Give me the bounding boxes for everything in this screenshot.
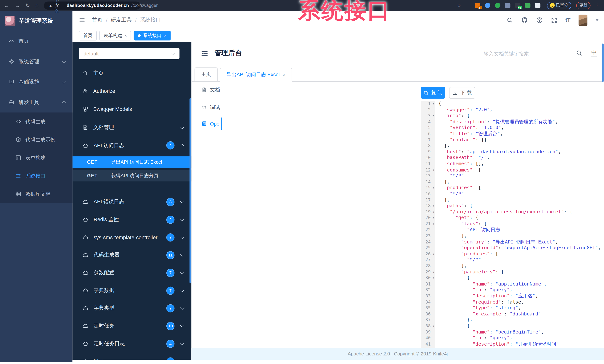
browser-forward-icon[interactable]: → [15,3,20,8]
security-label: 不安全 [55,0,59,14]
ext-leaf-icon[interactable] [525,3,530,8]
ext-dark-jar-icon[interactable]: 61 [515,3,520,8]
github-icon[interactable] [521,17,528,24]
ext-paw-icon[interactable] [535,3,540,8]
fold-caret-icon[interactable]: ▾ [433,167,435,173]
code-line: "*/*" [438,257,604,263]
ext-grid-icon[interactable] [505,3,510,8]
close-icon[interactable]: × [164,34,166,38]
tag-group-row[interactable]: sys-sms-template-controller7 [72,228,191,246]
sidebar-subitem-form[interactable]: 表单构建 [0,149,72,167]
copy-button[interactable]: 复 制 [421,87,445,99]
ext-orange-icon[interactable]: 1 [475,3,480,8]
fold-caret-icon[interactable]: ▾ [433,215,435,221]
rail-item-文档[interactable]: 文档 [191,84,222,95]
breadcrumb-item[interactable]: 首页 [92,17,102,24]
operation-row[interactable]: GET导出API 访问日志 Excel [72,156,191,168]
browser-reload-icon[interactable]: ↻ [25,3,30,8]
browser-menu-kebab-icon[interactable]: ⋮ [595,3,599,8]
brand-title: 芋道管理系统 [19,17,53,24]
api-group-select[interactable]: default [79,48,180,59]
fold-caret-icon[interactable]: ▾ [433,209,435,215]
tag-group-row[interactable]: 参数配置7 [72,264,191,282]
code-line: "in": "query", [438,287,604,293]
search-icon[interactable] [506,17,513,23]
sidebar-subitem-api[interactable]: 系统接口 [0,167,72,185]
chevron-down-icon[interactable] [595,19,599,21]
sidebar-item-infra[interactable]: 基础设施 [0,72,72,92]
tag-group-row[interactable]: 岗位 [72,352,191,360]
tag-group-row[interactable]: 字典数据7 [72,282,191,299]
bookmark-star-icon[interactable]: ☆ [457,2,461,8]
sidebar-submenu: 代码生成代码生成示例表单构建系统接口数据库文档 [0,113,72,203]
download-button[interactable]: 下 载 [449,87,475,99]
doc-tab[interactable]: 导出API 访问日志 Excel× [220,68,292,82]
sidebar-item-tools[interactable]: 研发工具 [0,92,72,113]
update-pill[interactable]: 更新 [576,2,591,9]
fold-caret-icon[interactable]: ▾ [433,101,435,107]
breadcrumb-item[interactable]: 研发工具 [111,17,132,24]
fold-caret-icon[interactable]: ▾ [433,269,435,275]
font-size-icon[interactable]: tT [565,17,570,23]
code-line: "parameters": [ [438,269,604,275]
line-number: 35 [421,305,435,311]
tag-group-row[interactable]: Redis 监控2 [72,211,191,228]
code-line: "required": false, [438,299,604,305]
ext-blue-drop-icon[interactable] [485,3,490,8]
fold-caret-icon[interactable]: ▾ [433,113,435,119]
language-toggle-icon[interactable]: 中 [591,49,597,57]
count-badge: 11 [166,251,175,259]
fold-caret-icon[interactable]: ▾ [433,203,435,209]
tag-tab[interactable]: 表单构建× [99,31,131,40]
rail-item-Open[interactable]: Open [191,118,222,129]
tag-group-row[interactable]: 定时任务日志4 [72,335,191,352]
fullscreen-icon[interactable] [551,17,557,23]
sidebar-scrollbar-thumb[interactable] [189,98,191,283]
close-icon[interactable]: × [125,34,127,38]
operation-row[interactable]: GET获得API 访问日志分页 [72,170,191,181]
tag-group-row[interactable]: API 错误日志3 [72,193,191,211]
rail-item-调试[interactable]: 调试 [191,102,222,113]
code-line: "name": "beginBeginTime", [438,329,604,335]
fold-caret-icon[interactable]: ▾ [433,221,435,227]
tag-tab[interactable]: 首页 [79,31,97,40]
fold-caret-icon[interactable]: ▾ [433,323,435,329]
sidebar-subitem-box[interactable]: 代码生成示例 [0,131,72,149]
collapse-sidebar-icon[interactable] [201,50,208,57]
line-number: 2 [421,107,435,113]
tag-tab[interactable]: 系统接口× [134,31,171,40]
dashboard-icon [9,38,14,44]
chevron-down-icon [171,51,175,55]
hamburger-icon[interactable] [79,17,85,23]
ext-green-check-icon[interactable] [495,3,500,8]
user-avatar[interactable] [579,14,587,26]
help-icon[interactable] [536,17,543,23]
fold-caret-icon[interactable]: ▾ [433,275,435,281]
swagger-menu-item[interactable]: Swagger Models [72,100,191,118]
address-bar[interactable]: ▲ 不安全 dashboard.yudao.iocoder.cn/tool/sw… [44,1,140,9]
fold-caret-icon[interactable]: ▾ [433,185,435,191]
doc-search-icon[interactable] [576,50,582,56]
sidebar-item-label: 研发工具 [18,99,39,106]
tag-group-label: 参数配置 [94,269,114,276]
sidebar-item-gear[interactable]: 系统管理 [0,51,72,72]
fold-caret-icon[interactable]: ▾ [433,251,435,257]
doc-tab[interactable]: 主页 [195,67,218,81]
sidebar-subitem-code[interactable]: 代码生成 [0,113,72,131]
page-scrollbar-thumb[interactable] [602,44,604,82]
tag-group-row[interactable]: 字典类型7 [72,299,191,317]
swagger-menu-item[interactable]: Authorize [72,82,191,100]
browser-home-icon[interactable]: ⌂ [35,3,39,8]
close-icon[interactable]: × [283,72,285,77]
browser-back-icon[interactable]: ← [4,3,9,8]
doc-search-input[interactable]: 输入文档关键字搜索 [484,50,561,57]
paused-extension-pill[interactable]: 已暂停 [547,2,571,9]
tag-group-row[interactable]: 定时任务10 [72,317,191,335]
tag-group-row[interactable]: 代码生成器11 [72,246,191,264]
swagger-menu-item[interactable]: API 访问日志2 [72,136,191,154]
cloud-icon [82,323,88,329]
swagger-menu-item[interactable]: 文档管理 [72,118,191,136]
sidebar-item-dashboard[interactable]: 首页 [0,31,72,51]
swagger-menu-item[interactable]: 主页 [72,64,191,82]
sidebar-subitem-db[interactable]: 数据库文档 [0,185,72,203]
